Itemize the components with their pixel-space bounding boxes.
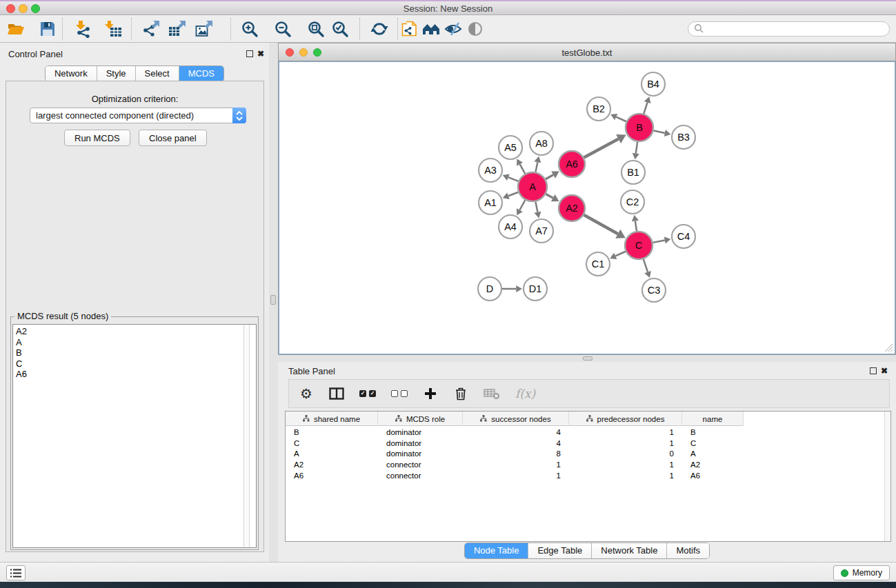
result-item[interactable]: C: [13, 358, 242, 369]
optimization-criterion-dropdown[interactable]: largest connected component (directed): [30, 108, 246, 123]
edge-C-C3[interactable]: [644, 259, 648, 272]
table-tabs: Node TableEdge TableNetwork TableMotifs: [464, 543, 710, 559]
app-titlebar: Session: New Session: [0, 1, 896, 15]
edge-B-B4[interactable]: [644, 102, 647, 114]
add-column-icon[interactable]: [423, 385, 438, 403]
tab-mcds[interactable]: MCDS: [179, 66, 223, 81]
dropdown-value: largest connected component (directed): [30, 110, 232, 121]
edge-arrowhead: [633, 153, 639, 159]
network-canvas[interactable]: AA6A2BCA1A3A5A8A4A7B1B2B3B4C1C2C3C4DD1: [279, 61, 895, 354]
desktop-strip-bottom: [0, 582, 896, 588]
table-scrollbar[interactable]: [884, 412, 890, 541]
open-file-icon[interactable]: [7, 20, 25, 38]
table-cell: C: [286, 439, 378, 447]
float-panel-icon[interactable]: [246, 50, 253, 57]
memory-button[interactable]: Memory: [833, 565, 890, 580]
clone-network-icon[interactable]: [401, 20, 419, 38]
table-row[interactable]: Adominator80A: [286, 448, 884, 459]
result-scrollbar[interactable]: [243, 325, 250, 547]
zoom-fit-icon[interactable]: [307, 20, 325, 38]
column-header-name[interactable]: name: [682, 412, 744, 426]
toolbar-divider: [397, 18, 398, 40]
zoom-in-icon[interactable]: [241, 20, 259, 38]
home-view-icon[interactable]: [422, 20, 440, 38]
select-all-icon[interactable]: ✓✓: [359, 385, 376, 403]
splitter-grip[interactable]: [583, 356, 593, 361]
table-cell: A: [286, 449, 378, 458]
import-table-icon[interactable]: [104, 20, 122, 38]
run-mcds-button[interactable]: Run MCDS: [64, 130, 130, 146]
apply-function-icon[interactable]: f(x): [515, 385, 535, 403]
zoom-selected-icon[interactable]: [331, 20, 349, 38]
network-window-titlebar[interactable]: testGlobe.txt: [279, 43, 895, 61]
table-row[interactable]: Bdominator41B: [286, 427, 884, 438]
column-header-successor-nodes[interactable]: successor nodes: [463, 412, 569, 426]
result-item[interactable]: A6: [13, 369, 242, 380]
column-label: predecessor nodes: [597, 415, 665, 423]
search-input[interactable]: [707, 23, 889, 35]
edge-A-A4[interactable]: [519, 200, 525, 210]
column-header-predecessor-nodes[interactable]: predecessor nodes: [569, 412, 682, 426]
hide-graphics-details-icon[interactable]: [444, 20, 462, 38]
splitter-grip[interactable]: [270, 295, 276, 305]
task-history-button[interactable]: [6, 565, 26, 580]
close-panel-button[interactable]: Close panel: [139, 130, 207, 146]
edge-C-C4[interactable]: [653, 240, 665, 242]
edge-C-C2[interactable]: [635, 221, 637, 231]
edge-B-B1[interactable]: [636, 142, 637, 154]
tab-select[interactable]: Select: [136, 66, 179, 81]
edge-A-A3[interactable]: [508, 177, 519, 181]
column-header-shared-name[interactable]: shared name: [286, 412, 378, 426]
save-session-icon[interactable]: [39, 20, 57, 38]
tab-network[interactable]: Network: [46, 66, 97, 81]
panel-splitter-vertical[interactable]: [269, 43, 278, 562]
float-panel-icon[interactable]: [870, 367, 877, 374]
column-visibility-icon[interactable]: [329, 385, 344, 403]
edge-B-B3[interactable]: [654, 130, 665, 133]
close-panel-icon[interactable]: ✖: [881, 367, 888, 375]
edge-A6-B[interactable]: [584, 139, 619, 157]
table-cell: 1: [569, 439, 682, 447]
edge-A-A6[interactable]: [546, 175, 553, 179]
zoom-out-icon[interactable]: [274, 20, 292, 38]
table-options-gear-icon[interactable]: ⚙: [299, 385, 314, 403]
refresh-view-icon[interactable]: [370, 20, 388, 38]
result-item[interactable]: B: [13, 347, 242, 358]
edge-A-A8[interactable]: [535, 162, 537, 172]
edge-A-A5[interactable]: [520, 164, 526, 174]
table-row[interactable]: A2connector11A2: [286, 459, 884, 470]
delete-columns-icon[interactable]: [453, 385, 468, 403]
table-row[interactable]: A6connector11A6: [286, 470, 884, 481]
app-title: Session: New Session: [0, 3, 896, 14]
edge-A-A1[interactable]: [508, 192, 518, 196]
edge-B-B2[interactable]: [616, 117, 626, 122]
tab-network-table[interactable]: Network Table: [592, 543, 667, 558]
import-network-icon[interactable]: [74, 20, 92, 38]
export-table-icon[interactable]: [168, 20, 186, 38]
panel-splitter-horizontal[interactable]: [278, 355, 896, 362]
delete-table-icon[interactable]: [484, 385, 500, 403]
edge-A-A7[interactable]: [535, 202, 537, 212]
edge-A2-C[interactable]: [584, 215, 617, 234]
tab-style[interactable]: Style: [97, 66, 136, 81]
node-label: B3: [677, 132, 690, 143]
export-image-icon[interactable]: [195, 20, 213, 38]
table-row[interactable]: Cdominator41C: [286, 438, 884, 449]
resize-grip-icon[interactable]: [884, 343, 893, 352]
tab-motifs[interactable]: Motifs: [667, 543, 709, 558]
table-cell: dominator: [378, 428, 463, 436]
export-network-icon[interactable]: [142, 20, 160, 38]
search-field[interactable]: [688, 21, 890, 37]
tab-node-table[interactable]: Node Table: [465, 543, 529, 558]
column-header-mcds-role[interactable]: MCDS role: [378, 412, 463, 426]
edge-C-C1[interactable]: [615, 252, 626, 256]
deselect-all-icon[interactable]: [391, 385, 408, 403]
result-item[interactable]: A2: [13, 326, 242, 337]
attribute-type-icon: [395, 415, 402, 423]
result-item[interactable]: A: [13, 337, 242, 348]
show-graphics-details-icon[interactable]: [466, 20, 484, 38]
edge-A-A2[interactable]: [546, 194, 552, 199]
close-panel-icon[interactable]: ✖: [257, 50, 264, 58]
tab-edge-table[interactable]: Edge Table: [528, 543, 592, 558]
node-label: A2: [566, 203, 578, 214]
